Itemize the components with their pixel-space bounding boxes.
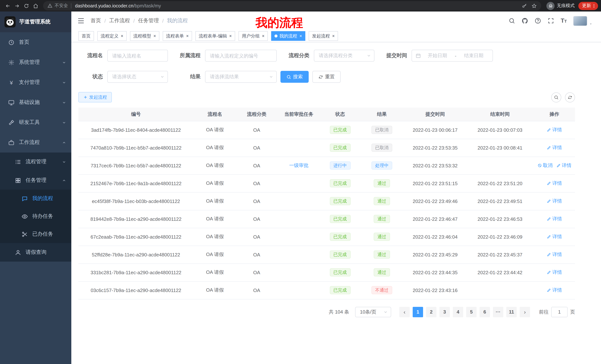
end-time: 2022-01-22 23:49:51	[478, 198, 522, 204]
font-size-icon[interactable]: TT	[561, 18, 567, 24]
tab-close-icon[interactable]: ×	[186, 34, 189, 38]
status-tag: 已完成	[330, 179, 351, 187]
end-date-input[interactable]: 结束日期	[459, 52, 489, 59]
breadcrumb-item-home[interactable]: 首页	[91, 18, 101, 24]
sidebar-item-todo-tasks[interactable]: 待办任务	[0, 207, 71, 225]
detail-action[interactable]: 详情	[547, 198, 562, 204]
sidebar-item-leave-query[interactable]: 请假查询	[0, 243, 71, 262]
cancel-action[interactable]: 取消	[537, 162, 552, 169]
sidebar-item-infrastructure[interactable]: 基础设施	[0, 92, 71, 112]
tab-close-icon[interactable]: ×	[332, 34, 335, 38]
detail-action[interactable]: 详情	[547, 126, 562, 133]
search-button[interactable]: 搜索	[280, 71, 309, 83]
sidebar-item-payment-management[interactable]: ¥ 支付管理	[0, 72, 71, 92]
process-name-input[interactable]	[107, 50, 168, 62]
tab-close-icon[interactable]: ×	[299, 34, 302, 38]
detail-action[interactable]: 详情	[547, 216, 562, 222]
sidebar-item-process-management[interactable]: 流程管理	[0, 153, 71, 171]
prev-page-button[interactable]: ‹	[399, 307, 410, 317]
submit-time-range-picker[interactable]: 开始日期 - 结束日期	[411, 50, 493, 62]
sidebar-item-label: 工作流程	[19, 139, 40, 146]
chevron-up-icon	[62, 140, 66, 144]
password-key-icon[interactable]	[522, 3, 527, 8]
page-content: 流程名 所属流程 流程分类 请选择流程分类 提交时间 开始日期 - 结束日期	[71, 42, 601, 364]
goto-page-input[interactable]	[551, 307, 568, 317]
page-button[interactable]: 3	[440, 307, 450, 317]
fullscreen-icon[interactable]	[548, 18, 554, 24]
cancel-icon	[537, 163, 542, 168]
tab[interactable]: 流程定义 ×	[97, 31, 127, 41]
current-task-link[interactable]: 一级审批	[289, 162, 309, 169]
next-page-button[interactable]: ›	[520, 307, 530, 317]
page-button[interactable]: 5	[466, 307, 477, 317]
page-button[interactable]: 11	[506, 307, 517, 317]
tab-close-icon[interactable]: ×	[262, 34, 264, 38]
tab[interactable]: 流程模型 ×	[130, 31, 159, 41]
create-process-button[interactable]: 发起流程	[78, 92, 112, 102]
result-tag: 已取消	[371, 144, 392, 152]
tab[interactable]: 发起流程 ×	[309, 31, 338, 41]
tab-close-icon[interactable]: ×	[153, 34, 156, 38]
search-icon	[554, 95, 559, 100]
tab[interactable]: 流程表单 ×	[163, 31, 192, 41]
table-row: 52ffd28e-7b9a-11ec-a290-acde48001122 OA …	[78, 246, 575, 263]
page-button[interactable]: 1	[413, 307, 423, 317]
sidebar-item-workflow[interactable]: 工作流程	[0, 133, 71, 153]
github-icon[interactable]	[522, 18, 528, 24]
app-logo[interactable]: 芋道管理系统	[0, 11, 71, 32]
category-select[interactable]: 请选择流程分类	[314, 50, 374, 62]
start-date-input[interactable]: 开始日期	[422, 52, 453, 59]
parent-process-input[interactable]	[205, 50, 277, 62]
address-bar[interactable]: 不安全 dashboard.yudao.iocoder.cn/bpm/task/…	[43, 1, 541, 10]
sidebar-item-dev-tools[interactable]: 研发工具	[0, 112, 71, 133]
detail-action[interactable]: 详情	[547, 233, 562, 240]
show-search-toggle-button[interactable]	[551, 92, 561, 102]
hamburger-icon[interactable]	[77, 17, 85, 25]
sidebar-item-system-management[interactable]: 系统管理	[0, 52, 71, 72]
table-row: 03c6c157-7b9a-11ec-a290-acde48001122 OA …	[78, 281, 575, 299]
browser-forward-button[interactable]	[12, 1, 21, 10]
page-button[interactable]: 4	[453, 307, 463, 317]
browser-back-button[interactable]	[3, 1, 12, 10]
breadcrumb-item-task-management[interactable]: 任务管理	[138, 18, 159, 24]
tab[interactable]: 首页 ×	[78, 31, 94, 41]
detail-action[interactable]: 详情	[547, 180, 562, 187]
detail-action[interactable]: 详情	[547, 251, 562, 258]
tab-close-icon[interactable]: ×	[121, 34, 123, 38]
detail-action[interactable]: 详情	[547, 269, 562, 276]
detail-action[interactable]: 详情	[547, 287, 562, 294]
search-icon[interactable]	[509, 18, 515, 24]
user-menu[interactable]	[573, 16, 593, 26]
sidebar-item-my-processes[interactable]: 我的流程	[0, 190, 71, 207]
create-process-label: 发起流程	[89, 94, 107, 100]
tab[interactable]: 我的流程 ×	[271, 31, 305, 41]
end-time: 2022-01-22 23:44:42	[478, 269, 522, 275]
detail-action[interactable]: 详情	[547, 144, 562, 151]
result-select[interactable]: 请选择流结果	[205, 71, 277, 83]
sidebar-item-label: 系统管理	[19, 59, 40, 66]
tab-close-icon[interactable]: ×	[229, 34, 232, 38]
tab[interactable]: 用户分组 ×	[239, 31, 268, 41]
breadcrumb-item-workflow[interactable]: 工作流程	[109, 18, 130, 24]
browser-update-button[interactable]: 更新	[578, 2, 598, 10]
page-size-select[interactable]: 10条/页	[355, 307, 391, 317]
sidebar-item-task-management[interactable]: 任务管理	[0, 171, 71, 190]
tab[interactable]: 流程表单-编辑 ×	[195, 31, 235, 41]
page-button[interactable]: 2	[426, 307, 436, 317]
page-button[interactable]: ···	[493, 307, 503, 317]
dashboard-icon	[8, 39, 14, 46]
detail-action[interactable]: 详情	[556, 162, 571, 169]
page-button[interactable]: 6	[480, 307, 490, 317]
status-select[interactable]: 请选择状态	[107, 71, 168, 83]
sidebar-item-home[interactable]: 首页	[0, 32, 71, 52]
sidebar-item-done-tasks[interactable]: 已办任务	[0, 225, 71, 243]
browser-home-button[interactable]	[31, 1, 40, 10]
column-status: 状态	[321, 108, 360, 121]
bookmark-star-icon[interactable]	[531, 3, 537, 8]
browser-reload-button[interactable]	[21, 1, 31, 10]
help-icon[interactable]	[535, 18, 541, 24]
browser-menu-icon[interactable]	[592, 3, 596, 8]
reset-button[interactable]: 重置	[312, 71, 341, 83]
browser-right-controls: 无痕模式 更新	[546, 2, 598, 10]
refresh-table-button[interactable]	[565, 92, 575, 102]
